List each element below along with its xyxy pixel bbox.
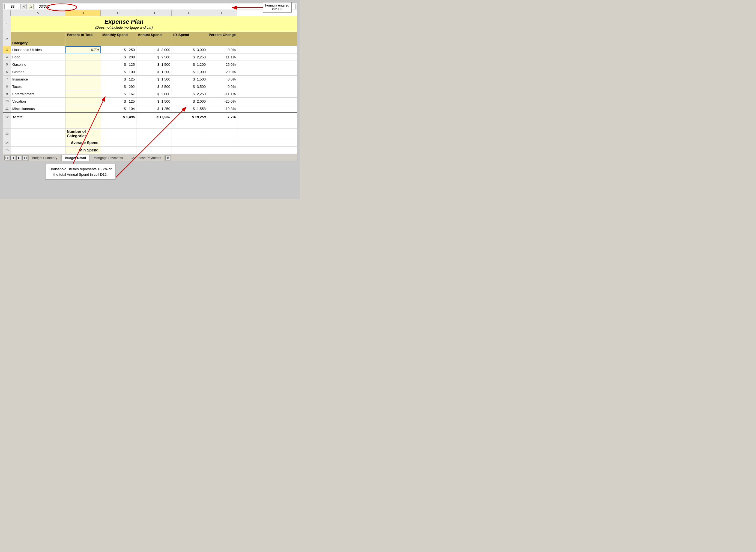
cell-d8[interactable]: $ 3,500 — [136, 83, 172, 90]
cell-d13[interactable] — [136, 129, 172, 139]
cell-f12[interactable]: -1.7% — [207, 113, 238, 121]
cell-d3[interactable]: $ 3,000 — [136, 46, 172, 53]
row-num-15: 15 — [3, 147, 11, 154]
cell-c13[interactable] — [101, 129, 136, 139]
col-header-b[interactable]: B — [65, 10, 101, 16]
cell-a4[interactable]: Food — [11, 53, 65, 60]
col-header-e[interactable]: E — [172, 10, 207, 16]
cell-a7[interactable]: Insurance — [11, 76, 65, 83]
cell-b5[interactable] — [65, 61, 101, 68]
tab-nav-next[interactable]: ► — [16, 155, 22, 160]
spacer-row — [3, 121, 297, 129]
cell-a8[interactable]: Taxes — [11, 83, 65, 90]
tab-budget-detail[interactable]: Budget Detail — [61, 155, 90, 161]
cell-e6[interactable]: $ 1,000 — [172, 68, 207, 75]
tab-car-lease-payments[interactable]: Car Lease Payments — [127, 155, 164, 161]
cell-f10[interactable]: -25.0% — [207, 98, 238, 105]
cell-c3[interactable]: $ 250 — [101, 46, 136, 53]
cell-d11[interactable]: $ 1,250 — [136, 105, 172, 112]
cell-f11[interactable]: -19.8% — [207, 105, 238, 112]
spacer-e — [172, 121, 207, 128]
cell-b3[interactable]: 16.7% — [65, 46, 101, 53]
formula-annotation: Formula entered into B3 — [263, 2, 292, 13]
cell-c9[interactable]: $ 167 — [101, 90, 136, 98]
cell-d4[interactable]: $ 2,500 — [136, 53, 172, 60]
cell-e5[interactable]: $ 1,200 — [172, 61, 207, 68]
cell-a9[interactable]: Entertainment — [11, 90, 65, 98]
cell-f15[interactable] — [207, 147, 238, 154]
cell-b6[interactable] — [65, 68, 101, 75]
row-num-13: 13 — [3, 129, 11, 139]
cell-b4[interactable] — [65, 53, 101, 60]
tab-extra[interactable]: 🖹 — [165, 155, 171, 160]
cell-a10[interactable]: Vacation — [11, 98, 65, 105]
cell-b15[interactable]: Min Spend — [65, 147, 101, 154]
cell-c4[interactable]: $ 208 — [101, 53, 136, 60]
col-header-a[interactable]: A — [11, 10, 65, 16]
cell-c8[interactable]: $ 292 — [101, 83, 136, 90]
row-num-10: 10 — [3, 98, 11, 105]
cell-a5[interactable]: Gasoline — [11, 61, 65, 68]
cell-b7[interactable] — [65, 76, 101, 83]
cell-c11[interactable]: $ 104 — [101, 105, 136, 112]
col-header-c[interactable]: C — [101, 10, 136, 16]
cell-e4[interactable]: $ 2,250 — [172, 53, 207, 60]
cell-e9[interactable]: $ 2,250 — [172, 90, 207, 98]
cell-e12[interactable]: $ 18,258 — [172, 113, 207, 121]
cell-f6[interactable]: 20.0% — [207, 68, 238, 75]
cell-f13[interactable] — [207, 129, 238, 139]
cell-f8[interactable]: 0.0% — [207, 83, 238, 90]
cell-f3[interactable]: 0.0% — [207, 46, 238, 53]
cell-d15[interactable] — [136, 147, 172, 154]
cell-f14[interactable] — [207, 139, 238, 146]
cell-b12[interactable] — [65, 113, 101, 121]
row-num-12: 12 — [3, 113, 11, 121]
cell-c5[interactable]: $ 125 — [101, 61, 136, 68]
tab-nav-first[interactable]: |◄ — [4, 155, 10, 160]
cell-b11[interactable] — [65, 105, 101, 112]
cell-f4[interactable]: 11.1% — [207, 53, 238, 60]
cell-c15[interactable] — [101, 147, 136, 154]
cell-b8[interactable] — [65, 83, 101, 90]
row-num-spacer — [3, 121, 11, 128]
row-num-8: 8 — [3, 83, 11, 90]
cell-c7[interactable]: $ 125 — [101, 76, 136, 83]
cell-reference-box[interactable]: B3 — [4, 4, 21, 9]
cell-e10[interactable]: $ 2,000 — [172, 98, 207, 105]
cell-e14[interactable] — [172, 139, 207, 146]
cell-e13[interactable] — [172, 129, 207, 139]
cell-b13[interactable]: Number of Categories — [65, 129, 101, 139]
tab-mortgage-payments[interactable]: Mortgage Payments — [90, 155, 126, 161]
cell-c12[interactable]: $ 1,496 — [101, 113, 136, 121]
cell-a6[interactable]: Clothes — [11, 68, 65, 75]
cell-d10[interactable]: $ 1,500 — [136, 98, 172, 105]
cell-a3[interactable]: Household Utilities — [11, 46, 65, 53]
cell-d9[interactable]: $ 2,000 — [136, 90, 172, 98]
cell-b9[interactable] — [65, 90, 101, 98]
cell-f7[interactable]: 0.0% — [207, 76, 238, 83]
cell-d6[interactable]: $ 1,200 — [136, 68, 172, 75]
cell-b14[interactable]: Average Spend — [65, 139, 101, 146]
cell-c6[interactable]: $ 100 — [101, 68, 136, 75]
cell-e7[interactable]: $ 1,500 — [172, 76, 207, 83]
tab-nav-last[interactable]: ►| — [22, 155, 28, 160]
cell-d7[interactable]: $ 1,500 — [136, 76, 172, 83]
cell-a12[interactable]: Totals — [11, 113, 65, 121]
cell-e15[interactable] — [172, 147, 207, 154]
undo-button[interactable]: ↺ — [22, 4, 27, 9]
cell-a11[interactable]: Miscellaneous — [11, 105, 65, 112]
cell-d5[interactable]: $ 1,500 — [136, 61, 172, 68]
cell-c10[interactable]: $ 125 — [101, 98, 136, 105]
cell-f5[interactable]: 25.0% — [207, 61, 238, 68]
cell-e11[interactable]: $ 1,558 — [172, 105, 207, 112]
cell-e8[interactable]: $ 3,500 — [172, 83, 207, 90]
cell-d12[interactable]: $ 17,950 — [136, 113, 172, 121]
cell-f9[interactable]: -11.1% — [207, 90, 238, 98]
cell-c14[interactable] — [101, 139, 136, 146]
tab-budget-summary[interactable]: Budget Summary — [28, 155, 61, 161]
cell-d14[interactable] — [136, 139, 172, 146]
col-header-d[interactable]: D — [136, 10, 172, 16]
tab-nav-prev[interactable]: ◄ — [10, 155, 16, 160]
cell-b10[interactable] — [65, 98, 101, 105]
cell-e3[interactable]: $ 3,000 — [172, 46, 207, 53]
